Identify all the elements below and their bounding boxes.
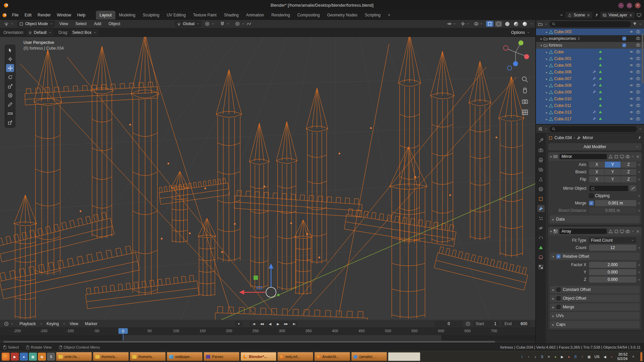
tray-messages-icon[interactable]: ▪ [608,354,614,360]
rotate-tool[interactable] [6,73,14,81]
breadcrumb-modifier[interactable]: Mirror [583,135,593,140]
tab-uv-editing[interactable]: UV Editing [163,11,190,19]
edit-mode-icon[interactable] [614,155,619,159]
add-workspace-button[interactable]: + [384,11,394,19]
outliner-row[interactable]: Cube.018 [536,122,644,124]
decorator-dot[interactable] [636,164,642,166]
start-menu-icon[interactable] [2,353,10,361]
task-button-amalie[interactable]: (amalie) ... [351,352,387,361]
extras-dropdown-icon[interactable] [631,155,635,158]
tab-material[interactable] [537,253,545,261]
bisect-z-button[interactable]: Z [621,169,636,175]
disable-render-icon[interactable] [636,43,640,47]
hide-eye-icon[interactable] [629,103,634,108]
proportional-editing-dropdown[interactable] [233,20,253,27]
axis-y-ball[interactable] [519,41,524,46]
disable-render-icon[interactable] [636,63,640,67]
expand-icon[interactable] [539,37,543,41]
minimize-button[interactable]: – [618,3,624,8]
hide-eye-icon[interactable] [629,110,634,114]
timeline-track[interactable] [0,335,535,341]
outliner-editor-icon[interactable] [538,22,543,26]
disable-render-icon[interactable] [636,29,640,34]
tab-object-data[interactable] [537,244,545,251]
tray-bluetooth-icon[interactable]: B [573,354,579,360]
disable-render-icon[interactable] [636,83,640,87]
menu-keying[interactable]: Keying [44,321,62,326]
properties-search-input[interactable] [549,126,637,132]
tray-music-icon[interactable]: ♪ [532,354,538,360]
merge-subpanel[interactable]: Merge [550,303,640,311]
merge-threshold-field[interactable]: 0.001 m [595,200,636,206]
outliner-row[interactable]: Cube.003 [536,28,644,35]
disable-render-icon[interactable] [636,97,640,101]
bisect-distance-field[interactable]: 0.001 m [589,207,636,214]
tab-modifiers[interactable] [537,205,545,212]
add-modifier-button[interactable]: Add Modifier [548,143,641,150]
editor-type-selector[interactable] [2,20,16,27]
pin-icon[interactable] [637,136,641,140]
close-button[interactable]: ✕ [635,3,641,8]
transform-orientation-dropdown[interactable]: Global [175,20,202,27]
tray-controller-icon[interactable]: ● [552,354,558,360]
hide-eye-icon[interactable] [629,90,634,94]
menu-marker[interactable]: Marker [82,321,100,326]
menu-view[interactable]: View [56,21,71,26]
auto-keying-toggle[interactable] [235,321,243,327]
relative-offset-checkbox[interactable] [556,254,561,259]
tab-geometry-nodes[interactable]: Geometry Nodes [323,11,361,19]
flip-y-button[interactable]: Y [605,176,620,182]
object-offset-checkbox[interactable] [556,296,561,301]
task-button-parsec[interactable]: Parsec [204,352,239,361]
axis-x-button[interactable]: X [589,162,604,168]
menu-add[interactable]: Add [91,21,104,26]
menu-render[interactable]: Render [35,11,54,19]
gizmos-dropdown[interactable] [459,21,471,27]
measure-tool[interactable] [6,109,14,117]
menu-playback[interactable]: Playback [16,321,39,326]
shading-wireframe-button[interactable] [495,21,502,27]
tab-texture-paint[interactable]: Texture Paint [190,11,220,19]
tab-render[interactable] [537,146,545,154]
blender-menu-button[interactable] [0,11,9,19]
screen-layout-icon[interactable] [637,13,641,17]
menu-help[interactable]: Help [74,11,89,19]
disable-render-icon[interactable] [636,103,640,108]
jump-to-end-button[interactable] [290,321,298,327]
axis-z-ball[interactable] [513,61,518,66]
relative-offset-subpanel[interactable]: Relative Offset [550,253,640,260]
array-merge-checkbox[interactable] [556,305,561,309]
expand-icon[interactable] [545,70,549,74]
playhead[interactable]: 0 [118,328,128,334]
expand-icon[interactable] [545,90,549,94]
uvs-subpanel[interactable]: UVs [550,312,640,319]
tab-texture[interactable] [537,263,545,270]
current-frame-field[interactable]: 0 [435,321,463,327]
on-cage-icon[interactable] [608,155,613,159]
annotate-tool[interactable] [6,100,14,108]
render-icon[interactable] [626,229,630,234]
bisect-y-button[interactable]: Y [605,169,620,175]
hide-eye-icon[interactable] [629,29,634,34]
outliner-row[interactable]: Cube [536,49,644,55]
task-button-home-1[interactable]: /home/a... [93,352,129,361]
tray-phone-icon[interactable]: ● [566,354,572,360]
caps-subpanel[interactable]: Caps [550,321,640,328]
expand-icon[interactable] [545,111,549,114]
shading-dropdown-icon[interactable] [530,22,533,25]
frame-start-field[interactable]: Start 1 [473,321,499,327]
outliner-search-input[interactable] [549,21,631,27]
launcher-firefox-icon[interactable]: ◍ [38,353,46,361]
collapse-icon[interactable] [539,44,543,47]
tab-shading[interactable]: Shading [220,11,243,19]
play-reverse-button[interactable] [266,321,274,327]
tab-modeling[interactable]: Modeling [115,11,139,19]
collection-checkbox[interactable] [622,43,626,47]
menu-window[interactable]: Window [54,11,74,19]
delete-modifier-icon[interactable] [636,155,640,159]
hide-eye-icon[interactable] [629,97,634,101]
expand-icon[interactable] [545,124,549,124]
shading-material-button[interactable] [513,21,520,27]
disable-render-icon[interactable] [636,56,640,61]
timeline-scrollbar[interactable] [3,341,495,343]
